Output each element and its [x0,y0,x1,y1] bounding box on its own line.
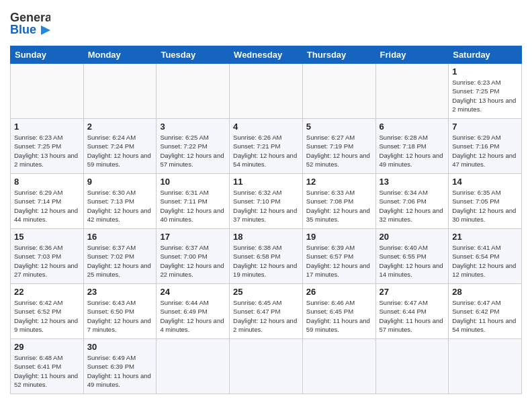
calendar-cell [449,339,522,394]
day-number: 18 [233,232,299,242]
day-number: 29 [14,342,80,352]
calendar-cell: 30Sunrise: 6:49 AMSunset: 6:39 PMDayligh… [83,339,157,394]
day-number: 6 [380,122,445,132]
day-number: 1 [452,66,518,77]
calendar-cell [375,64,449,119]
calendar-cell: 15Sunrise: 6:36 AMSunset: 7:03 PMDayligh… [11,229,84,284]
cell-info: Sunrise: 6:30 AMSunset: 7:13 PMDaylight:… [87,188,153,224]
day-number: 2 [87,122,153,132]
day-number: 15 [14,232,80,242]
calendar-week-row: 22Sunrise: 6:42 AMSunset: 6:52 PMDayligh… [11,284,522,339]
day-number: 24 [160,287,226,297]
calendar-cell: 21Sunrise: 6:41 AMSunset: 6:54 PMDayligh… [449,229,522,284]
calendar-cell: 22Sunrise: 6:42 AMSunset: 6:52 PMDayligh… [11,284,84,339]
cell-info: Sunrise: 6:29 AMSunset: 7:14 PMDaylight:… [14,188,80,224]
cell-info: Sunrise: 6:40 AMSunset: 6:55 PMDaylight:… [380,243,445,279]
calendar-cell: 6Sunrise: 6:28 AMSunset: 7:18 PMDaylight… [375,119,449,174]
cell-info: Sunrise: 6:23 AMSunset: 7:25 PMDaylight:… [14,133,80,169]
day-number: 5 [306,122,372,132]
calendar-week-row: 29Sunrise: 6:48 AMSunset: 6:41 PMDayligh… [11,339,522,394]
calendar-cell: 18Sunrise: 6:38 AMSunset: 6:58 PMDayligh… [230,229,303,284]
calendar-cell: 1Sunrise: 6:23 AMSunset: 7:25 PMDaylight… [11,119,84,174]
calendar-cell: 25Sunrise: 6:45 AMSunset: 6:47 PMDayligh… [230,284,303,339]
cell-info: Sunrise: 6:33 AMSunset: 7:08 PMDaylight:… [306,188,372,224]
day-number: 12 [306,177,372,187]
calendar-cell: 19Sunrise: 6:39 AMSunset: 6:57 PMDayligh… [302,229,375,284]
cell-info: Sunrise: 6:43 AMSunset: 6:50 PMDaylight:… [87,298,153,334]
calendar-cell: 9Sunrise: 6:30 AMSunset: 7:13 PMDaylight… [83,174,157,229]
calendar-body: 1Sunrise: 6:23 AMSunset: 7:25 PMDaylight… [11,64,522,394]
calendar-cell [157,64,230,119]
day-number: 16 [87,232,153,242]
col-monday: Monday [83,46,157,64]
day-number: 22 [14,287,80,297]
day-number: 9 [87,177,153,187]
day-number: 27 [380,287,445,297]
calendar-week-row: 1Sunrise: 6:23 AMSunset: 7:25 PMDaylight… [11,64,522,119]
day-number: 1 [14,122,80,132]
cell-info: Sunrise: 6:36 AMSunset: 7:03 PMDaylight:… [14,243,80,279]
cell-info: Sunrise: 6:44 AMSunset: 6:49 PMDaylight:… [160,298,226,334]
cell-info: Sunrise: 6:39 AMSunset: 6:57 PMDaylight:… [306,243,372,279]
calendar-cell: 24Sunrise: 6:44 AMSunset: 6:49 PMDayligh… [157,284,230,339]
calendar-cell: 26Sunrise: 6:46 AMSunset: 6:45 PMDayligh… [302,284,375,339]
calendar-cell: 5Sunrise: 6:27 AMSunset: 7:19 PMDaylight… [302,119,375,174]
calendar-cell [302,339,375,394]
day-number: 17 [160,232,226,242]
cell-info: Sunrise: 6:49 AMSunset: 6:39 PMDaylight:… [87,353,153,389]
calendar-header-row: Sunday Monday Tuesday Wednesday Thursday… [11,46,522,64]
calendar-cell: 7Sunrise: 6:29 AMSunset: 7:16 PMDaylight… [449,119,522,174]
col-wednesday: Wednesday [230,46,303,64]
calendar-cell [11,64,84,119]
calendar-week-row: 1Sunrise: 6:23 AMSunset: 7:25 PMDaylight… [11,119,522,174]
day-number: 13 [380,177,445,187]
cell-info: Sunrise: 6:31 AMSunset: 7:11 PMDaylight:… [160,188,226,224]
header: General Blue [10,7,522,40]
cell-info: Sunrise: 6:47 AMSunset: 6:42 PMDaylight:… [452,298,518,334]
calendar-table: Sunday Monday Tuesday Wednesday Thursday… [10,46,522,394]
calendar-cell: 11Sunrise: 6:32 AMSunset: 7:10 PMDayligh… [230,174,303,229]
calendar-cell: 4Sunrise: 6:26 AMSunset: 7:21 PMDaylight… [230,119,303,174]
calendar-cell [230,339,303,394]
main-container: General Blue Sunday Monday Tuesday Wedne… [0,0,532,401]
cell-info: Sunrise: 6:24 AMSunset: 7:24 PMDaylight:… [87,133,153,169]
calendar-cell: 20Sunrise: 6:40 AMSunset: 6:55 PMDayligh… [375,229,449,284]
day-number: 3 [160,122,226,132]
day-number: 23 [87,287,153,297]
cell-info: Sunrise: 6:45 AMSunset: 6:47 PMDaylight:… [233,298,299,334]
calendar-week-row: 8Sunrise: 6:29 AMSunset: 7:14 PMDaylight… [11,174,522,229]
svg-text:General: General [10,11,50,24]
svg-text:Blue: Blue [10,23,36,36]
day-number: 19 [306,232,372,242]
day-number: 7 [452,122,518,132]
calendar-cell: 10Sunrise: 6:31 AMSunset: 7:11 PMDayligh… [157,174,230,229]
day-number: 11 [233,177,299,187]
col-thursday: Thursday [302,46,375,64]
cell-info: Sunrise: 6:23 AMSunset: 7:25 PMDaylight:… [452,78,518,113]
calendar-cell: 17Sunrise: 6:37 AMSunset: 7:00 PMDayligh… [157,229,230,284]
col-sunday: Sunday [11,46,84,64]
cell-info: Sunrise: 6:35 AMSunset: 7:05 PMDaylight:… [452,188,518,224]
cell-info: Sunrise: 6:26 AMSunset: 7:21 PMDaylight:… [233,133,299,169]
cell-info: Sunrise: 6:38 AMSunset: 6:58 PMDaylight:… [233,243,299,279]
col-friday: Friday [375,46,449,64]
day-number: 8 [14,177,80,187]
logo: General Blue [10,7,50,40]
svg-marker-2 [41,26,50,35]
calendar-cell: 3Sunrise: 6:25 AMSunset: 7:22 PMDaylight… [157,119,230,174]
cell-info: Sunrise: 6:34 AMSunset: 7:06 PMDaylight:… [380,188,445,224]
calendar-cell [375,339,449,394]
cell-info: Sunrise: 6:48 AMSunset: 6:41 PMDaylight:… [14,353,80,389]
day-number: 28 [452,287,518,297]
cell-info: Sunrise: 6:27 AMSunset: 7:19 PMDaylight:… [306,133,372,169]
day-number: 14 [452,177,518,187]
cell-info: Sunrise: 6:37 AMSunset: 7:00 PMDaylight:… [160,243,226,279]
cell-info: Sunrise: 6:28 AMSunset: 7:18 PMDaylight:… [380,133,445,169]
cell-info: Sunrise: 6:46 AMSunset: 6:45 PMDaylight:… [306,298,372,334]
cell-info: Sunrise: 6:41 AMSunset: 6:54 PMDaylight:… [452,243,518,279]
calendar-cell: 23Sunrise: 6:43 AMSunset: 6:50 PMDayligh… [83,284,157,339]
cell-info: Sunrise: 6:42 AMSunset: 6:52 PMDaylight:… [14,298,80,334]
calendar-cell [83,64,157,119]
calendar-cell: 1Sunrise: 6:23 AMSunset: 7:25 PMDaylight… [449,64,522,119]
calendar-cell: 28Sunrise: 6:47 AMSunset: 6:42 PMDayligh… [449,284,522,339]
